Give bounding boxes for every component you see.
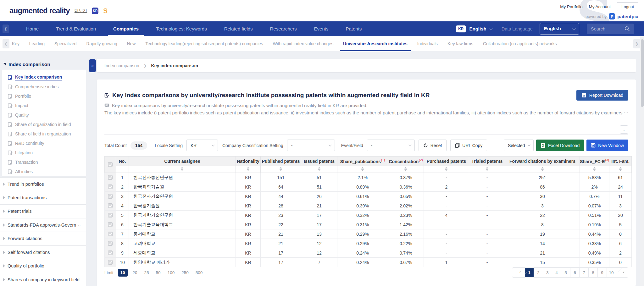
sort-icon[interactable]: [361, 167, 364, 171]
my-portfolio-link[interactable]: My Portfolio: [560, 4, 582, 9]
subtab-key-law-firms[interactable]: Key law firms: [447, 36, 473, 51]
my-account-link[interactable]: My Account: [589, 4, 611, 9]
subtab-key[interactable]: Key: [12, 36, 19, 51]
description-expand-button[interactable]: ⌄: [620, 125, 628, 134]
url-copy-button[interactable]: URL Copy: [450, 140, 487, 151]
row-checkbox[interactable]: [108, 222, 113, 227]
sidebar-item-all-indies[interactable]: All indies: [2, 167, 86, 176]
column-header-nationality[interactable]: Nationality: [236, 157, 261, 166]
sort-icon[interactable]: [318, 167, 321, 171]
sort-icon[interactable]: [247, 167, 250, 171]
sidebar-item-share-of-organization-in-field[interactable]: Share of organization in field: [2, 120, 86, 129]
patentpia-brand[interactable]: patentpia: [617, 14, 638, 19]
ui-language-label[interactable]: English: [469, 26, 486, 31]
limit-option-250[interactable]: 250: [181, 270, 189, 275]
row-checkbox[interactable]: [108, 203, 113, 208]
sort-icon[interactable]: [181, 167, 184, 171]
nav-item-patents[interactable]: Patents: [346, 21, 362, 36]
row-checkbox[interactable]: [108, 260, 113, 265]
limit-option-100[interactable]: 100: [168, 270, 175, 275]
column-header-share-fc-e[interactable]: Share_FC-E(3): [580, 157, 609, 166]
sidebar-section-patent-transactions[interactable]: Patent transactions: [0, 191, 86, 205]
row-checkbox[interactable]: [108, 213, 113, 217]
assignee-cell[interactable]: 한국전자기술연구원: [129, 192, 236, 201]
assignee-cell[interactable]: 한국과학기술연구원: [129, 211, 236, 220]
limit-option-25[interactable]: 25: [144, 270, 149, 275]
page-7[interactable]: 7: [579, 268, 588, 277]
column-header-forward-citations-by-examiners[interactable]: Forward citations by examiners: [505, 157, 580, 166]
assignee-cell[interactable]: 한양대학교 에리카: [129, 258, 236, 267]
nav-item-technologies-keywords[interactable]: Technologies: Keywords: [156, 21, 207, 36]
sidebar-section-shares-of-company-in-keyword-field[interactable]: Shares of company in keyword field: [0, 273, 86, 286]
subtab-leading[interactable]: Leading: [29, 36, 45, 51]
sidebar-section-patent-trials[interactable]: Patent trials: [0, 205, 86, 218]
assignee-cell[interactable]: 동서대학교: [129, 229, 236, 239]
sort-icon[interactable]: [280, 167, 282, 171]
sort-icon[interactable]: [541, 167, 544, 171]
column-header-published-patents[interactable]: Published patents: [261, 157, 301, 166]
sidebar-item-transaction[interactable]: Transaction: [2, 157, 86, 167]
column-header-share-publications[interactable]: Share_publications(1): [337, 157, 388, 166]
reset-button[interactable]: Reset: [419, 140, 447, 151]
column-header-concentration[interactable]: Concentration(2): [388, 157, 424, 166]
sidebar-section-self-forward-citations[interactable]: Self forward citations: [0, 246, 86, 260]
assignee-cell[interactable]: 세종대학교: [129, 248, 236, 258]
vertical-scrollbar[interactable]: [640, 36, 644, 286]
assignee-cell[interactable]: 한국전자통신연구원: [129, 173, 236, 182]
sidebar-section-trend-in-portfolios[interactable]: Trend in portfolios: [0, 177, 86, 191]
limit-option-50[interactable]: 50: [156, 270, 161, 275]
page-8[interactable]: 8: [588, 268, 597, 277]
sort-icon[interactable]: [404, 167, 407, 171]
nav-item-trend-evaluation[interactable]: Trend & Evaluation: [56, 21, 96, 36]
sidebar-section-forward-citations[interactable]: Forward citations: [0, 232, 86, 246]
row-checkbox[interactable]: [108, 194, 113, 199]
sidebar-collapse-button[interactable]: «: [89, 59, 96, 72]
page-3[interactable]: 3: [543, 268, 552, 277]
column-header-int-fam-[interactable]: Int. Fam.: [609, 157, 632, 166]
subtab-technology-leading-rejecting-subsequent-[interactable]: Technology leading(rejecting subsequent …: [145, 36, 263, 51]
page-10[interactable]: 10: [607, 268, 616, 277]
row-checkbox[interactable]: [108, 175, 113, 180]
page-5[interactable]: 5: [561, 268, 570, 277]
sidebar-item-litigation[interactable]: Litigation: [2, 148, 86, 157]
new-window-button[interactable]: New Window: [586, 140, 628, 151]
subtab-universities-research-institutes[interactable]: Universities/research institutes: [343, 36, 408, 51]
nav-scroll-left-icon[interactable]: ❮: [3, 25, 9, 33]
limit-option-10[interactable]: 10: [118, 269, 128, 277]
logout-button[interactable]: Logout: [617, 2, 638, 11]
nav-item-researchers[interactable]: Researchers: [270, 21, 297, 36]
sidebar-section-quality-of-portfolio[interactable]: Quality of portfolio: [0, 259, 86, 273]
assignee-cell[interactable]: 한국과학기술원: [129, 182, 236, 192]
select-all-checkbox[interactable]: [108, 162, 113, 167]
nav-item-companies[interactable]: Companies: [113, 21, 139, 36]
assignee-cell[interactable]: 한국광기술원: [129, 201, 236, 211]
page-4[interactable]: 4: [552, 268, 561, 277]
row-checkbox[interactable]: [108, 232, 113, 236]
sidebar-item-comprehensive-indies[interactable]: Comprehensive indies: [2, 82, 86, 91]
page-2[interactable]: 2: [534, 268, 543, 277]
selected-filter-select[interactable]: Selected: [504, 140, 534, 151]
subtab-with-rapid-index-value-changes[interactable]: With rapid index-value changes: [273, 36, 334, 51]
excel-download-button[interactable]: X Excel Download: [536, 140, 584, 151]
subtab-collaboration-co-applicants-networks[interactable]: Collaboration (co-applicants) networks: [483, 36, 557, 51]
tabs-scroll-left-icon[interactable]: ❮: [3, 39, 9, 48]
page-6[interactable]: 6: [570, 268, 579, 277]
sidebar-item-quality[interactable]: Quality: [2, 110, 86, 120]
locale-setting-select[interactable]: KR: [186, 140, 218, 151]
data-language-select[interactable]: English: [540, 23, 579, 35]
assignee-cell[interactable]: 한국기술교육대학교: [129, 220, 236, 229]
row-checkbox[interactable]: [108, 250, 113, 255]
subtab-specialized[interactable]: Specialized: [54, 36, 77, 51]
limit-option-20[interactable]: 20: [133, 270, 137, 275]
sidebar-section-standards-fda-approvals-govern-[interactable]: Standards-FDA approvals-Govern⋯: [0, 218, 86, 232]
report-download-button[interactable]: W Report Download: [576, 90, 628, 101]
nav-item-home[interactable]: Home: [26, 21, 39, 36]
event-field-select[interactable]: -: [367, 140, 415, 151]
tabs-scroll-right-icon[interactable]: ❯: [633, 39, 640, 48]
subtab-rapidly-growing[interactable]: Rapidly growing: [86, 36, 117, 51]
sidebar-item-r-d-continuity[interactable]: R&D continuity: [2, 139, 86, 148]
company-classification-select[interactable]: -: [287, 140, 335, 151]
sort-icon[interactable]: [593, 167, 596, 171]
row-checkbox[interactable]: [108, 184, 113, 189]
assignee-cell[interactable]: 고려대학교: [129, 239, 236, 248]
